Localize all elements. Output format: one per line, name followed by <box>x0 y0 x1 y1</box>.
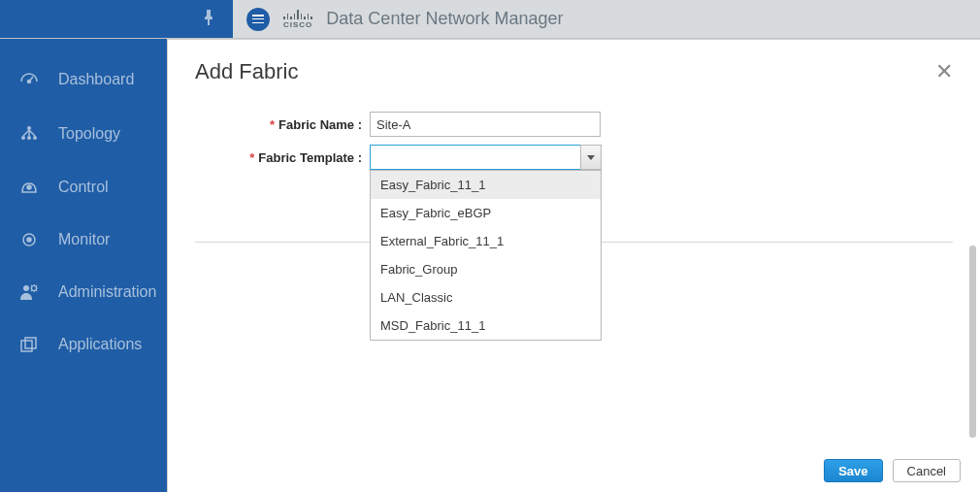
svg-point-11 <box>27 238 31 242</box>
sidebar-item-label: Topology <box>58 125 120 143</box>
topology-icon <box>17 124 41 144</box>
add-fabric-modal: Add Fabric ✕ *Fabric Name : *Fabric Temp… <box>167 39 980 492</box>
applications-icon <box>17 336 41 353</box>
control-icon <box>17 179 41 196</box>
svg-line-7 <box>23 130 29 136</box>
hamburger-icon <box>252 15 264 23</box>
top-bar-left <box>0 0 233 38</box>
svg-point-2 <box>27 126 31 130</box>
svg-point-3 <box>21 136 25 140</box>
app-title: Data Center Network Manager <box>326 9 563 29</box>
fabric-name-row: *Fabric Name : <box>195 112 953 137</box>
dropdown-option[interactable]: MSD_Fabric_11_1 <box>371 312 601 340</box>
fabric-name-label: *Fabric Name : <box>195 117 370 132</box>
fabric-template-dropdown: Easy_Fabric_11_1 Easy_Fabric_eBGP Extern… <box>370 170 602 341</box>
svg-rect-14 <box>21 341 32 351</box>
fabric-template-row: *Fabric Template : Easy_Fabric_11_1 Easy… <box>195 145 953 170</box>
cisco-logo-text: CISCO <box>283 20 312 29</box>
save-button[interactable]: Save <box>824 459 882 482</box>
sidebar-item-label: Monitor <box>58 231 110 248</box>
fabric-name-input[interactable] <box>370 112 601 137</box>
close-icon[interactable]: ✕ <box>935 59 953 84</box>
fabric-template-input[interactable] <box>370 145 580 170</box>
scrollbar-thumb[interactable] <box>969 246 976 438</box>
fabric-template-label: *Fabric Template : <box>195 150 370 165</box>
cancel-button[interactable]: Cancel <box>893 459 961 482</box>
dropdown-option[interactable]: Easy_Fabric_11_1 <box>371 171 601 199</box>
modal-title: Add Fabric <box>195 59 298 84</box>
svg-point-5 <box>27 136 31 140</box>
sidebar-item-label: Administration <box>58 283 156 301</box>
dropdown-option[interactable]: Fabric_Group <box>371 255 601 283</box>
top-bar: CISCO Data Center Network Manager <box>0 0 980 39</box>
pin-icon[interactable] <box>202 10 215 29</box>
svg-point-12 <box>23 285 29 291</box>
sidebar-item-label: Control <box>58 179 109 196</box>
svg-line-8 <box>29 130 35 136</box>
sidebar-item-label: Dashboard <box>58 71 134 88</box>
svg-point-13 <box>32 286 37 291</box>
dropdown-option[interactable]: Easy_Fabric_eBGP <box>371 199 601 227</box>
dropdown-option[interactable]: LAN_Classic <box>371 283 601 312</box>
cisco-logo: CISCO <box>283 10 312 29</box>
sidebar-item-label: Applications <box>58 336 142 353</box>
menu-toggle-button[interactable] <box>246 8 270 31</box>
modal-header: Add Fabric ✕ <box>168 40 980 96</box>
form-area: *Fabric Name : *Fabric Template : Easy_F… <box>168 96 980 170</box>
svg-point-9 <box>27 185 31 189</box>
monitor-icon <box>17 233 41 246</box>
svg-point-4 <box>33 136 37 140</box>
dashboard-icon <box>17 70 41 89</box>
modal-footer: Save Cancel <box>168 451 980 492</box>
fabric-template-combo: Easy_Fabric_11_1 Easy_Fabric_eBGP Extern… <box>370 145 602 170</box>
administration-icon <box>17 283 41 301</box>
svg-rect-15 <box>25 338 36 348</box>
chevron-down-icon <box>587 155 595 160</box>
dropdown-option[interactable]: External_Fabric_11_1 <box>371 227 601 255</box>
fabric-template-dropdown-button[interactable] <box>580 145 602 170</box>
